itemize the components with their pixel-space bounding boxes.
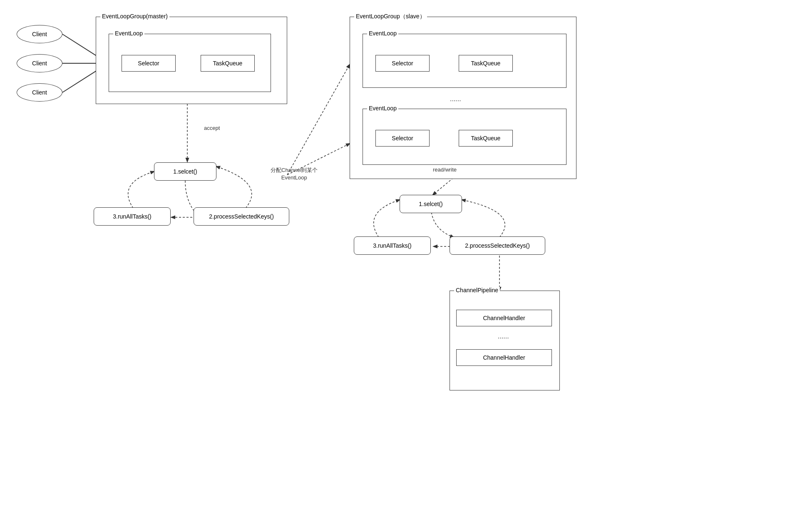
label-distribute: 分配Channel到某个EventLoop (271, 167, 318, 181)
slave-group-title: EventLoopGroup（slave） (354, 13, 427, 20)
master-group-title: EventLoopGroup(master) (100, 13, 169, 20)
master-eventloop-box: EventLoop Selector TaskQueue (109, 34, 271, 92)
slave-selector-2: Selector (375, 130, 430, 147)
slave-run-all-tasks: 3.runAllTasks() (354, 236, 431, 255)
client-1: Client (17, 25, 62, 43)
master-taskqueue: TaskQueue (201, 55, 255, 72)
slave-selcet: 1.selcet() (400, 195, 462, 213)
slave-selector-1: Selector (375, 55, 430, 72)
channel-pipeline-box: ChannelPipeline ChannelHandler ...... Ch… (450, 291, 560, 390)
master-process-selected-keys: 2.processSelectedKeys() (194, 207, 289, 226)
slave-eventloop2-box: EventLoop Selector TaskQueue (363, 109, 566, 165)
slave-eventloop1-box: EventLoop Selector TaskQueue (363, 34, 566, 88)
slave-taskqueue-1: TaskQueue (459, 55, 513, 72)
label-read-write: read/write (433, 167, 457, 173)
slave-process-selected-keys: 2.processSelectedKeys() (450, 236, 545, 255)
slave-dots-1: ...... (450, 95, 461, 103)
master-selector: Selector (122, 55, 176, 72)
master-group-box: EventLoopGroup(master) EventLoop Selecto… (96, 17, 287, 104)
channel-pipeline-dots: ...... (498, 333, 509, 340)
slave-eventloop1-title: EventLoop (367, 30, 398, 37)
slave-eventloop2-title: EventLoop (367, 105, 398, 112)
label-accept: accept (204, 125, 220, 131)
master-selcet: 1.selcet() (154, 162, 216, 181)
channel-handler-1: ChannelHandler (456, 310, 552, 326)
svg-line-5 (287, 65, 350, 175)
client-3: Client (17, 83, 62, 102)
slave-group-box: EventLoopGroup（slave） EventLoop Selector… (350, 17, 576, 179)
client-2: Client (17, 54, 62, 72)
slave-taskqueue-2: TaskQueue (459, 130, 513, 147)
channel-pipeline-title: ChannelPipeline (454, 287, 500, 293)
master-eventloop-title: EventLoop (113, 30, 144, 37)
master-run-all-tasks: 3.runAllTasks() (94, 207, 171, 226)
diagram: Client Client Client EventLoopGroup(mast… (0, 0, 790, 532)
channel-handler-2: ChannelHandler (456, 349, 552, 366)
